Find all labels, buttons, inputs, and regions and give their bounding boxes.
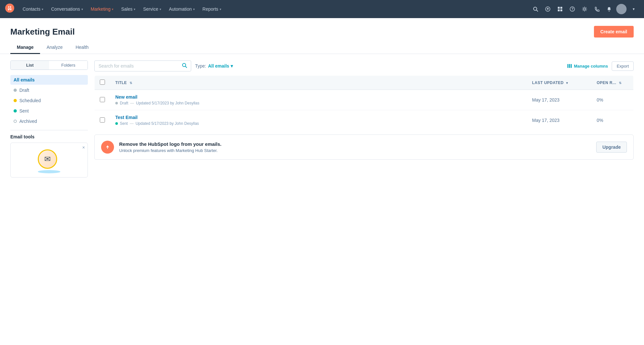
sort-active-icon: ▾ (566, 81, 568, 85)
type-value-dropdown[interactable]: All emails ▾ (208, 63, 233, 69)
sidebar-item-sent[interactable]: Sent (10, 106, 88, 116)
sidebar-item-archived[interactable]: Archived (10, 116, 88, 126)
chevron-down-icon: ▾ (220, 7, 221, 11)
search-icon[interactable] (182, 63, 187, 69)
row-checkbox[interactable] (100, 97, 105, 102)
nav-marketing[interactable]: Marketing ▾ (88, 5, 117, 14)
nav-icons: ? ▾ (530, 4, 639, 14)
svg-point-2 (10, 9, 11, 10)
svg-point-13 (609, 11, 610, 12)
tab-health[interactable]: Health (69, 41, 95, 54)
sort-icon: ⇅ (130, 81, 132, 85)
status-dot-icon (115, 122, 118, 125)
upgrade-button[interactable]: Upgrade (596, 142, 627, 153)
tab-analyze[interactable]: Analyze (40, 41, 69, 54)
table-body: New email Draft — Updated 5/17/2023 by J… (95, 90, 634, 131)
row-last-updated: May 17, 2023 (527, 90, 592, 110)
sidebar-nav: All emails Draft Scheduled Sent Archived (10, 75, 88, 126)
type-label: Type: (195, 63, 206, 69)
hubspot-logo[interactable] (5, 4, 14, 15)
header-title[interactable]: TITLE ⇅ (110, 76, 527, 90)
header-checkbox-cell (95, 76, 110, 90)
nav-service[interactable]: Service ▾ (140, 5, 164, 14)
notifications-icon-btn[interactable] (604, 4, 614, 14)
email-tools-title: Email tools (10, 134, 88, 139)
tabs-bar: Manage Analyze Health (0, 38, 644, 54)
avatar[interactable] (616, 4, 627, 14)
row-checkbox[interactable] (100, 117, 105, 123)
list-view-button[interactable]: List (11, 61, 49, 70)
tools-shadow (38, 170, 60, 173)
row-checkbox-cell (95, 90, 110, 110)
select-all-checkbox[interactable] (100, 80, 105, 85)
account-chevron-icon[interactable]: ▾ (628, 4, 639, 14)
folders-view-button[interactable]: Folders (49, 61, 88, 70)
email-title-link[interactable]: New email (115, 94, 522, 100)
upload-icon-btn[interactable] (543, 4, 553, 14)
svg-rect-8 (558, 9, 560, 11)
top-nav: Contacts ▾ Conversations ▾ Marketing ▾ S… (0, 0, 644, 18)
status-dot-icon (115, 102, 118, 104)
svg-rect-9 (560, 9, 562, 11)
header-last-updated[interactable]: LAST UPDATED ▾ (527, 76, 592, 90)
email-table: TITLE ⇅ LAST UPDATED ▾ OPEN R... ⇅ (94, 75, 634, 131)
nav-reports[interactable]: Reports ▾ (199, 5, 224, 14)
draft-dot-icon (14, 89, 17, 92)
page-header: Marketing Email Create email (0, 18, 644, 38)
svg-line-15 (185, 66, 187, 68)
table-header: TITLE ⇅ LAST UPDATED ▾ OPEN R... ⇅ (95, 76, 634, 90)
sidebar-divider (10, 130, 88, 130)
export-button[interactable]: Export (612, 61, 634, 71)
row-last-updated: May 17, 2023 (527, 110, 592, 131)
phone-icon-btn[interactable] (592, 4, 602, 14)
search-box[interactable] (94, 60, 191, 71)
nav-conversations[interactable]: Conversations ▾ (48, 5, 86, 14)
chevron-down-icon: ▾ (42, 7, 43, 11)
row-title-cell: Test Email Sent — Updated 5/17/2023 by J… (110, 110, 527, 131)
settings-icon-btn[interactable] (579, 4, 590, 14)
email-tools-card: × ✉ (10, 143, 88, 178)
sidebar-item-all-emails[interactable]: All emails (10, 75, 88, 85)
tools-icon: ✉ (38, 149, 57, 169)
create-email-button[interactable]: Create email (594, 26, 634, 38)
sidebar: List Folders All emails Draft Scheduled … (10, 60, 88, 178)
header-open-rate[interactable]: OPEN R... ⇅ (592, 76, 634, 90)
close-icon[interactable]: × (82, 145, 85, 150)
sidebar-item-draft[interactable]: Draft (10, 85, 88, 95)
columns-icon (567, 64, 572, 68)
tab-manage[interactable]: Manage (10, 41, 40, 54)
table-row: Test Email Sent — Updated 5/17/2023 by J… (95, 110, 634, 131)
chevron-down-icon: ▾ (81, 7, 83, 11)
search-input[interactable] (99, 63, 179, 69)
manage-columns-button[interactable]: Manage columns (567, 64, 608, 69)
svg-rect-16 (567, 64, 568, 68)
nav-automation[interactable]: Automation ▾ (166, 5, 198, 14)
row-open-rate: 0% (592, 90, 634, 110)
sidebar-item-label: Archived (19, 119, 37, 124)
svg-point-0 (5, 4, 14, 13)
scheduled-dot-icon (14, 99, 17, 102)
email-meta: Draft — Updated 5/17/2023 by John Desyll… (115, 101, 522, 105)
email-meta: Sent — Updated 5/17/2023 by John Desylla… (115, 121, 522, 126)
chevron-down-icon: ▾ (112, 7, 113, 11)
main-content: Type: All emails ▾ Man (94, 60, 634, 178)
upgrade-banner: Remove the HubSpot logo from your emails… (94, 135, 634, 160)
nav-contacts[interactable]: Contacts ▾ (19, 5, 47, 14)
content-layout: List Folders All emails Draft Scheduled … (0, 54, 644, 184)
marketplace-icon-btn[interactable] (555, 4, 565, 14)
email-title-link[interactable]: Test Email (115, 115, 522, 120)
help-icon-btn[interactable]: ? (567, 4, 577, 14)
row-title-cell: New email Draft — Updated 5/17/2023 by J… (110, 90, 527, 110)
nav-sales[interactable]: Sales ▾ (118, 5, 139, 14)
search-icon-btn[interactable] (530, 4, 541, 14)
chevron-down-icon: ▾ (193, 7, 195, 11)
svg-line-4 (536, 10, 538, 11)
page-title: Marketing Email (10, 27, 75, 37)
row-open-rate: 0% (592, 110, 634, 131)
svg-rect-7 (560, 7, 562, 9)
svg-rect-18 (571, 64, 572, 68)
sidebar-item-label: Sent (19, 108, 29, 113)
sidebar-item-label: Scheduled (19, 98, 41, 103)
sidebar-item-scheduled[interactable]: Scheduled (10, 96, 88, 105)
svg-rect-6 (558, 7, 560, 9)
